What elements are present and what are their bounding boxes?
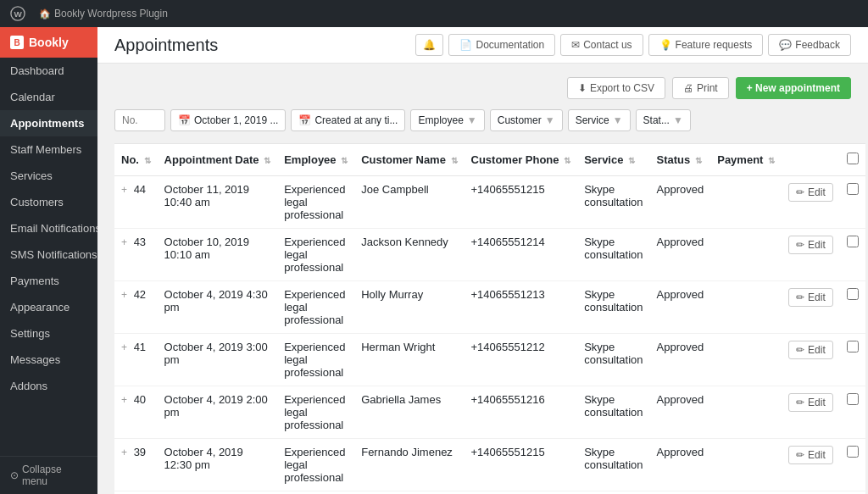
feedback-button[interactable]: 💬 Feedback <box>768 34 851 56</box>
cell-checkbox <box>840 439 865 491</box>
sort-payment-icon[interactable]: ⇅ <box>768 156 775 165</box>
cell-name: Joe Campbell <box>354 176 464 229</box>
svg-text:W: W <box>14 9 23 19</box>
edit-button[interactable]: ✏ Edit <box>788 393 833 412</box>
select-all-checkbox[interactable] <box>847 153 859 164</box>
edit-icon: ✏ <box>796 239 804 251</box>
collapse-menu-button[interactable]: ⊙ Collapse menu <box>0 456 97 494</box>
cell-name: Erica Hart <box>354 491 464 495</box>
cell-service: Skype consultation <box>577 281 649 334</box>
bookly-logo-icon: B <box>10 36 24 49</box>
sidebar-item-email[interactable]: Email Notifications <box>0 215 97 241</box>
col-name: Customer Name ⇅ <box>354 144 464 176</box>
cell-service: Skype consultation <box>577 176 649 229</box>
status-filter-dropdown[interactable]: Stat... ▼ <box>636 109 691 131</box>
feature-requests-button[interactable]: 💡 Feature requests <box>648 34 764 56</box>
edit-button[interactable]: ✏ Edit <box>788 236 833 254</box>
edit-button[interactable]: ✏ Edit <box>788 446 833 464</box>
cell-date: October 4, 2019 4:30 pm <box>158 281 278 334</box>
cell-name: Gabriella James <box>354 386 464 439</box>
cell-phone: +14065551214 <box>465 491 578 495</box>
date-filter-dropdown[interactable]: 📅 October 1, 2019 ... <box>170 109 286 131</box>
page-header: Appointments 🔔 📄 Documentation ✉ Contact… <box>97 27 868 64</box>
admin-bar-site[interactable]: 🏠 Bookly Wordpress Plugin <box>39 8 168 19</box>
cell-service: Skype consultation <box>577 491 649 495</box>
cell-employee: Experienced legal professional <box>277 439 354 491</box>
row-checkbox[interactable] <box>847 341 859 352</box>
service-filter-dropdown[interactable]: Service ▼ <box>568 109 631 131</box>
cell-checkbox <box>840 176 865 229</box>
row-checkbox[interactable] <box>847 236 859 247</box>
print-button[interactable]: 🖨 Print <box>672 77 729 99</box>
expand-row-button[interactable]: + <box>121 341 127 353</box>
table-row: + 42 October 4, 2019 4:30 pm Experienced… <box>114 281 865 334</box>
calendar-icon: 📅 <box>178 114 191 126</box>
table-row: + 43 October 10, 2019 10:10 am Experienc… <box>114 229 865 281</box>
cell-employee: Experienced legal professional <box>277 281 354 334</box>
sidebar-item-payments[interactable]: Payments <box>0 268 97 294</box>
page-title: Appointments <box>114 36 218 55</box>
row-checkbox[interactable] <box>847 183 859 195</box>
row-checkbox[interactable] <box>847 393 859 405</box>
edit-button[interactable]: ✏ Edit <box>788 183 833 202</box>
wp-logo-item[interactable]: W <box>10 6 25 21</box>
sidebar-item-appearance[interactable]: Appearance <box>0 294 97 320</box>
table-row: + 41 October 4, 2019 3:00 pm Experienced… <box>114 334 865 386</box>
sort-phone-icon[interactable]: ⇅ <box>564 156 570 165</box>
sidebar-item-services[interactable]: Services <box>0 163 97 189</box>
expand-row-button[interactable]: + <box>121 289 127 301</box>
contact-us-button[interactable]: ✉ Contact us <box>560 34 643 56</box>
sidebar-item-dashboard[interactable]: Dashboard <box>0 58 97 84</box>
sidebar-item-calendar[interactable]: Calendar <box>0 84 97 110</box>
col-date: Appointment Date ⇅ <box>158 144 278 176</box>
export-csv-button[interactable]: ⬇ Export to CSV <box>567 77 665 99</box>
cell-status: Approved <box>650 281 711 334</box>
expand-row-button[interactable]: + <box>121 236 127 248</box>
sort-employee-icon[interactable]: ⇅ <box>341 156 348 165</box>
edit-button[interactable]: ✏ Edit <box>788 341 833 359</box>
number-filter-input[interactable] <box>114 109 165 131</box>
cell-edit: ✏ Edit <box>782 334 840 386</box>
status-dropdown-icon: ▼ <box>673 114 683 126</box>
sidebar-item-settings[interactable]: Settings <box>0 320 97 347</box>
sidebar-item-customers[interactable]: Customers <box>0 189 97 215</box>
cell-payment <box>710 439 782 491</box>
content-area: ⬇ Export to CSV 🖨 Print + New appointmen… <box>97 64 868 494</box>
bell-button[interactable]: 🔔 <box>415 34 443 56</box>
cell-payment <box>710 176 782 229</box>
sidebar-item-appointments[interactable]: Appointments <box>0 110 97 136</box>
cell-phone: +14065551216 <box>465 386 578 439</box>
expand-row-button[interactable]: + <box>121 184 127 196</box>
sidebar-item-messages[interactable]: Messages <box>0 347 97 373</box>
created-filter-dropdown[interactable]: 📅 Created at any ti... <box>291 109 405 131</box>
expand-row-button[interactable]: + <box>121 447 127 458</box>
new-appointment-button[interactable]: + New appointment <box>736 77 851 99</box>
main-content: Appointments 🔔 📄 Documentation ✉ Contact… <box>97 27 868 494</box>
sidebar-item-staff[interactable]: Staff Members <box>0 136 97 163</box>
feedback-icon: 💬 <box>779 39 792 51</box>
sort-status-icon[interactable]: ⇅ <box>695 156 702 165</box>
row-checkbox[interactable] <box>847 288 859 300</box>
sort-name-icon[interactable]: ⇅ <box>451 156 458 165</box>
cell-phone: +14065551215 <box>465 439 578 491</box>
expand-row-button[interactable]: + <box>121 394 127 406</box>
row-checkbox[interactable] <box>847 446 859 458</box>
created-calendar-icon: 📅 <box>298 114 311 126</box>
sidebar-item-sms[interactable]: SMS Notifications <box>0 241 97 268</box>
contact-icon: ✉ <box>571 39 580 51</box>
employee-filter-dropdown[interactable]: Employee ▼ <box>410 109 484 131</box>
cell-status: Approved <box>650 491 711 495</box>
sort-no-icon[interactable]: ⇅ <box>144 156 151 165</box>
edit-button[interactable]: ✏ Edit <box>788 288 833 307</box>
col-phone: Customer Phone ⇅ <box>465 144 578 176</box>
sidebar-item-addons[interactable]: Addons <box>0 373 97 399</box>
cell-payment <box>710 229 782 281</box>
documentation-button[interactable]: 📄 Documentation <box>448 34 555 56</box>
edit-icon: ✏ <box>796 449 804 461</box>
cell-no: + 43 <box>114 229 158 281</box>
table-row: + 40 October 4, 2019 2:00 pm Experienced… <box>114 386 865 439</box>
sort-date-icon[interactable]: ⇅ <box>264 156 270 165</box>
sort-service-icon[interactable]: ⇅ <box>628 156 635 165</box>
customer-filter-dropdown[interactable]: Customer ▼ <box>490 109 563 131</box>
col-payment: Payment ⇅ <box>710 144 782 176</box>
